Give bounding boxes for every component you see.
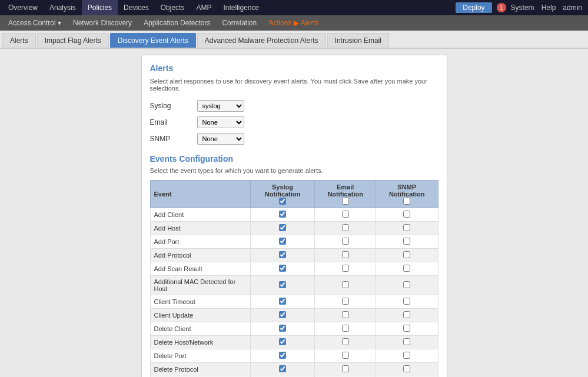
table-row: Delete Port (150, 349, 438, 363)
table-row: Add Host (150, 222, 438, 235)
nav-intelligence[interactable]: Intelligence (217, 0, 265, 15)
email-cell (315, 249, 376, 262)
email-checkbox[interactable] (342, 224, 349, 231)
top-navigation: Overview Analysis Policies Devices Objec… (0, 0, 588, 15)
nav-policies[interactable]: Policies (82, 0, 118, 15)
snmp-cell (376, 276, 438, 295)
snmp-checkbox[interactable] (403, 325, 410, 332)
email-checkbox[interactable] (342, 251, 349, 258)
table-row: Client Timeout (150, 295, 438, 309)
snmp-checkbox[interactable] (403, 281, 410, 288)
syslog-checkbox[interactable] (279, 298, 286, 305)
email-checkbox[interactable] (342, 311, 349, 318)
nav-network-discovery[interactable]: Network Discovery (67, 15, 138, 31)
syslog-cell (250, 208, 315, 222)
tab-impact-flag-alerts[interactable]: Impact Flag Alerts (37, 33, 109, 48)
email-checkbox[interactable] (342, 281, 349, 288)
email-cell (315, 322, 376, 336)
snmp-checkbox[interactable] (403, 238, 410, 245)
col-event: Event (150, 181, 250, 208)
snmp-cell (376, 222, 438, 235)
snmp-select[interactable]: None syslog (197, 133, 244, 145)
table-row: Add Port (150, 235, 438, 249)
nav-amp[interactable]: AMP (190, 0, 217, 15)
snmp-checkbox[interactable] (403, 265, 410, 272)
event-name: Add Client (150, 208, 250, 222)
event-name: Additional MAC Detected for Host (150, 276, 250, 295)
syslog-checkbox[interactable] (279, 338, 286, 345)
event-name: Delete Port (150, 349, 250, 363)
tab-intrusion-email[interactable]: Intrusion Email (327, 33, 389, 48)
snmp-cell (376, 309, 438, 322)
email-checkbox[interactable] (342, 265, 349, 272)
snmp-checkbox[interactable] (403, 365, 410, 372)
table-row: Additional MAC Detected for Host (150, 276, 438, 295)
syslog-checkbox[interactable] (279, 265, 286, 272)
syslog-checkbox[interactable] (279, 311, 286, 318)
snmp-checkbox[interactable] (403, 298, 410, 305)
system-label[interactable]: System (507, 4, 538, 12)
event-name: Client Update (150, 309, 250, 322)
syslog-cell (250, 295, 315, 309)
nav-devices[interactable]: Devices (118, 0, 155, 15)
email-cell (315, 363, 376, 376)
syslog-select[interactable]: syslog None (197, 100, 244, 112)
snmp-cell (376, 235, 438, 249)
snmp-checkbox[interactable] (403, 352, 410, 359)
email-checkbox[interactable] (342, 298, 349, 305)
snmp-select-all[interactable] (403, 198, 410, 205)
email-cell (315, 276, 376, 295)
tab-advanced-malware-protection-alerts[interactable]: Advanced Malware Protection Alerts (197, 33, 326, 48)
email-checkbox[interactable] (342, 338, 349, 345)
snmp-checkbox[interactable] (403, 251, 410, 258)
table-row: Add Protocol (150, 249, 438, 262)
email-checkbox[interactable] (342, 211, 349, 218)
syslog-select-all[interactable] (279, 198, 286, 205)
event-name: Delete Host/Network (150, 336, 250, 349)
nav-objects[interactable]: Objects (155, 0, 191, 15)
syslog-checkbox[interactable] (279, 224, 286, 231)
main-content: Alerts Select alert responses to use for… (0, 49, 588, 377)
snmp-checkbox[interactable] (403, 311, 410, 318)
content-box: Alerts Select alert responses to use for… (141, 55, 447, 377)
syslog-checkbox[interactable] (279, 325, 286, 332)
tab-discovery-event-alerts[interactable]: Discovery Event Alerts (110, 33, 196, 48)
syslog-cell (250, 336, 315, 349)
nav-correlation[interactable]: Correlation (216, 15, 263, 31)
snmp-checkbox[interactable] (403, 338, 410, 345)
table-row: Add Client (150, 208, 438, 222)
email-checkbox[interactable] (342, 238, 349, 245)
tab-alerts[interactable]: Alerts (2, 33, 36, 48)
syslog-checkbox[interactable] (279, 238, 286, 245)
top-nav-right: Deploy 1 System Help admin (456, 2, 586, 13)
snmp-checkbox[interactable] (403, 211, 410, 218)
help-label[interactable]: Help (538, 4, 560, 12)
snmp-checkbox[interactable] (403, 224, 410, 231)
email-checkbox[interactable] (342, 365, 349, 372)
event-name: Add Host (150, 222, 250, 235)
syslog-cell (250, 349, 315, 363)
nav-application-detectors[interactable]: Application Detectors (138, 15, 216, 31)
table-row: Client Update (150, 309, 438, 322)
email-row: Email None syslog (150, 116, 438, 128)
email-checkbox[interactable] (342, 325, 349, 332)
syslog-checkbox[interactable] (279, 211, 286, 218)
nav-actions-alerts[interactable]: Actions ▶ Alerts (263, 15, 324, 31)
nav-access-control[interactable]: Access Control ▾ (2, 15, 67, 31)
syslog-checkbox[interactable] (279, 281, 286, 288)
nav-overview[interactable]: Overview (2, 0, 44, 15)
snmp-cell (376, 363, 438, 376)
alert-badge: 1 (497, 3, 506, 12)
email-select-all[interactable] (342, 198, 349, 205)
email-checkbox[interactable] (342, 352, 349, 359)
admin-label[interactable]: admin (559, 4, 586, 12)
email-select[interactable]: None syslog (197, 116, 244, 128)
nav-analysis[interactable]: Analysis (44, 0, 82, 15)
snmp-cell (376, 208, 438, 222)
deploy-button[interactable]: Deploy (456, 2, 491, 13)
syslog-checkbox[interactable] (279, 251, 286, 258)
col-syslog: Syslog Notification (250, 181, 315, 208)
syslog-checkbox[interactable] (279, 365, 286, 372)
syslog-checkbox[interactable] (279, 352, 286, 359)
table-row: Delete Host/Network (150, 336, 438, 349)
